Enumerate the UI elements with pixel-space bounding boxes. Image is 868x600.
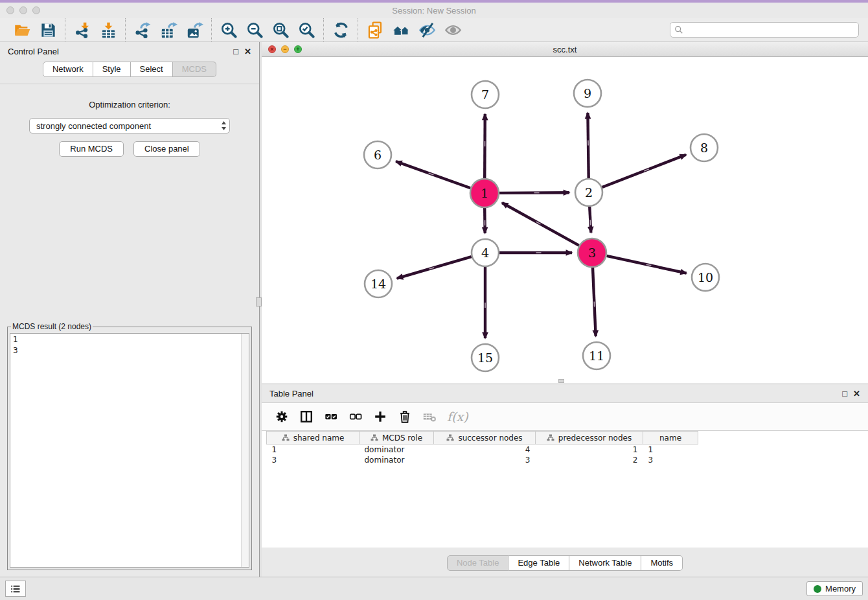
memory-label: Memory bbox=[825, 584, 856, 594]
tab-style[interactable]: Style bbox=[93, 62, 131, 77]
checked-boxes-icon bbox=[324, 410, 338, 424]
table-settings-button[interactable] bbox=[269, 406, 294, 428]
tab-motifs[interactable]: Motifs bbox=[641, 555, 683, 571]
import-table-button[interactable] bbox=[95, 19, 121, 40]
create-column-button[interactable] bbox=[368, 406, 393, 428]
float-panel-icon[interactable]: □ bbox=[233, 47, 238, 56]
graph-edge bbox=[589, 207, 591, 233]
tab-edge-table[interactable]: Edge Table bbox=[508, 555, 569, 571]
table-row[interactable]: 3 dominator 3 2 3 bbox=[267, 455, 698, 465]
split-columns-icon bbox=[299, 410, 314, 424]
first-neighbors-button[interactable] bbox=[388, 19, 414, 40]
open-session-button[interactable] bbox=[9, 19, 35, 40]
network-window-controls: × − + bbox=[268, 45, 302, 53]
column-header-name[interactable]: name bbox=[643, 432, 698, 444]
float-table-panel-icon[interactable]: □ bbox=[842, 389, 847, 398]
canvas-scroll-handle[interactable] bbox=[558, 379, 564, 383]
status-bar: Memory bbox=[0, 577, 868, 600]
show-graphics-details-button[interactable] bbox=[440, 19, 466, 40]
graph-edge bbox=[502, 203, 579, 246]
optimization-criterion-select[interactable]: strongly connected component bbox=[29, 118, 230, 133]
tab-select[interactable]: Select bbox=[131, 62, 173, 77]
mcds-result-box[interactable]: 13 bbox=[10, 333, 249, 568]
gear-icon bbox=[275, 410, 289, 424]
tab-network[interactable]: Network bbox=[43, 62, 93, 77]
column-header-successor-nodes[interactable]: successor nodes bbox=[434, 432, 536, 444]
export-image-button[interactable] bbox=[181, 19, 207, 40]
table-panel: Table Panel □ ✕ bbox=[262, 384, 868, 577]
hierarchy-icon bbox=[282, 434, 290, 441]
network-window: × − + scc.txt 7968124314101511 bbox=[262, 42, 868, 384]
main-titlebar: Session: New Session bbox=[0, 3, 868, 18]
export-network-icon bbox=[134, 21, 152, 39]
zoom-selected-button[interactable] bbox=[293, 19, 319, 40]
zoom-group bbox=[211, 18, 323, 41]
unselect-all-columns-button[interactable] bbox=[343, 406, 368, 428]
tab-node-table[interactable]: Node Table bbox=[447, 555, 509, 571]
search-input[interactable] bbox=[686, 25, 854, 34]
right-column: × − + scc.txt 7968124314101511 Table Pan… bbox=[262, 42, 868, 577]
task-history-button[interactable] bbox=[5, 581, 26, 597]
column-header-shared-name[interactable]: shared name bbox=[267, 432, 360, 444]
run-mcds-button[interactable]: Run MCDS bbox=[59, 141, 124, 157]
memory-button[interactable]: Memory bbox=[806, 581, 863, 596]
refresh-icon bbox=[332, 21, 350, 39]
open-folder-icon bbox=[14, 21, 31, 39]
column-header-predecessor-nodes[interactable]: predecessor nodes bbox=[536, 432, 643, 444]
table-row[interactable]: 1 dominator 4 1 1 bbox=[267, 444, 698, 455]
hierarchy-icon bbox=[547, 434, 554, 441]
export-table-icon bbox=[160, 21, 177, 39]
control-panel-tabs: Network Style Select MCDS bbox=[0, 62, 259, 77]
delete-column-button[interactable] bbox=[393, 406, 417, 428]
network-window-titlebar[interactable]: × − + scc.txt bbox=[262, 42, 868, 57]
homes-icon bbox=[393, 21, 410, 39]
save-session-button[interactable] bbox=[35, 19, 61, 40]
minimize-network-button[interactable]: − bbox=[281, 45, 289, 53]
close-panel-button[interactable]: Close panel bbox=[133, 141, 200, 157]
duplicate-network-button[interactable] bbox=[362, 19, 388, 40]
import-table-icon bbox=[100, 21, 117, 39]
view-group bbox=[358, 18, 470, 41]
column-header-mcds-role[interactable]: MCDS role bbox=[360, 432, 434, 444]
divider-handle[interactable] bbox=[256, 297, 262, 306]
close-network-button[interactable]: × bbox=[268, 45, 276, 53]
tab-network-table[interactable]: Network Table bbox=[569, 555, 641, 571]
duplicate-network-icon bbox=[367, 21, 384, 39]
graph-node-label: 7 bbox=[481, 87, 489, 102]
zoom-fit-button[interactable] bbox=[268, 19, 293, 40]
zoom-in-button[interactable] bbox=[216, 19, 242, 40]
maximize-network-button[interactable]: + bbox=[294, 45, 302, 53]
export-network-button[interactable] bbox=[130, 19, 155, 40]
refresh-layout-button[interactable] bbox=[328, 19, 354, 40]
function-builder-button[interactable]: f(x) bbox=[447, 410, 468, 424]
graph-edge bbox=[602, 155, 687, 187]
tab-mcds[interactable]: MCDS bbox=[173, 62, 216, 77]
graph-edge bbox=[397, 257, 472, 279]
table-tabs-zone: Node Table Edge Table Network Table Moti… bbox=[262, 548, 868, 577]
control-panel: Control Panel □ ✕ Network Style Select M… bbox=[0, 42, 259, 577]
search-box[interactable] bbox=[670, 22, 859, 38]
export-table-button[interactable] bbox=[155, 19, 181, 40]
graph-node-label: 1 bbox=[481, 186, 488, 200]
show-column-button[interactable] bbox=[294, 406, 319, 428]
stepper-arrows-icon bbox=[221, 121, 227, 131]
file-group bbox=[5, 18, 65, 41]
result-scrollbar[interactable] bbox=[241, 334, 249, 567]
close-panel-icon[interactable]: ✕ bbox=[244, 47, 251, 56]
import-network-button[interactable] bbox=[69, 19, 95, 40]
node-table-grid: shared name MCDS role successor nodes bbox=[266, 431, 698, 465]
gray-eye-icon bbox=[444, 21, 462, 39]
close-table-panel-icon[interactable]: ✕ bbox=[853, 389, 860, 398]
delete-table-button[interactable] bbox=[417, 406, 442, 428]
network-canvas[interactable]: 7968124314101511 bbox=[262, 57, 868, 384]
optimization-criterion-label: Optimization criterion: bbox=[89, 100, 170, 110]
network-window-title: scc.txt bbox=[262, 45, 868, 54]
network-graph[interactable]: 7968124314101511 bbox=[262, 57, 865, 384]
graph-node-label: 9 bbox=[584, 86, 591, 100]
save-icon bbox=[40, 21, 57, 39]
zoom-out-button[interactable] bbox=[242, 19, 268, 40]
show-hide-graphics-button[interactable] bbox=[414, 19, 440, 40]
select-all-columns-button[interactable] bbox=[319, 406, 343, 428]
plus-icon bbox=[373, 410, 387, 424]
memory-status-icon bbox=[814, 585, 821, 593]
